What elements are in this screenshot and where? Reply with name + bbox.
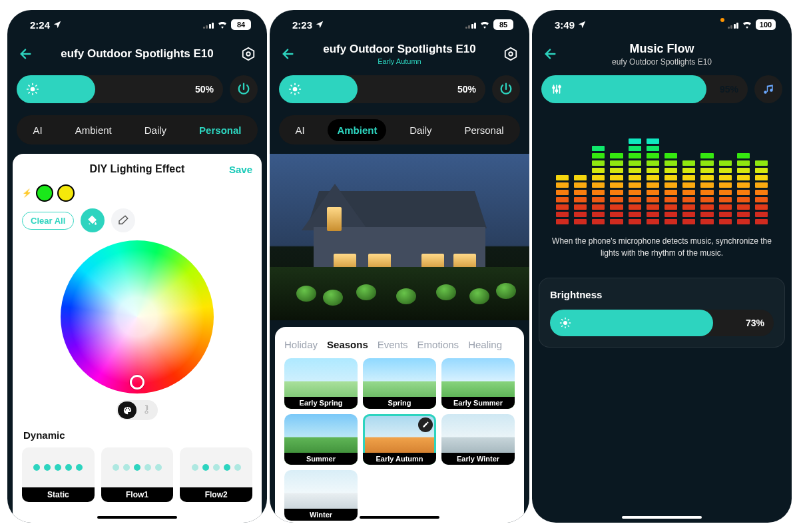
tab-ai[interactable]: AI	[24, 119, 52, 141]
page-subtitle: Early Autumn	[298, 57, 501, 65]
page-title: Music Flow	[560, 42, 764, 56]
dynamic-flow2[interactable]: Flow2	[180, 447, 252, 502]
eraser-tool[interactable]	[111, 208, 135, 232]
color-swatch-yellow[interactable]	[57, 184, 75, 202]
svg-line-19	[298, 93, 299, 93]
tab-personal[interactable]: Personal	[190, 119, 250, 141]
color-handle[interactable]	[130, 375, 144, 390]
brightness-row: 50%	[7, 69, 267, 113]
svg-line-21	[298, 85, 299, 86]
wifi-icon	[217, 21, 228, 29]
house-preview	[270, 154, 529, 320]
back-button[interactable]	[279, 45, 298, 63]
svg-line-9	[29, 93, 29, 93]
brightness-slider[interactable]: 50%	[17, 75, 223, 103]
power-icon	[236, 82, 251, 97]
tab-ai[interactable]: AI	[286, 119, 314, 141]
sun-icon	[559, 317, 571, 329]
home-indicator[interactable]	[97, 516, 177, 519]
dynamic-static[interactable]: Static	[22, 447, 95, 502]
battery-icon: 85	[493, 19, 513, 30]
color-temp-toggle[interactable]	[117, 400, 158, 420]
music-source-button[interactable]	[754, 75, 782, 103]
wifi-icon	[742, 21, 752, 29]
brightness-slider[interactable]: 50%	[279, 75, 485, 103]
svg-point-25	[553, 87, 555, 89]
card-title: DIY Lighting Effect	[90, 163, 185, 175]
dynamic-label: Dynamic	[23, 429, 252, 441]
svg-line-20	[291, 93, 292, 93]
tab-personal[interactable]: Personal	[455, 119, 513, 141]
tab-ambient[interactable]: Ambient	[66, 119, 121, 141]
sensitivity-slider[interactable]: 95%	[541, 75, 748, 103]
preset-early-autumn[interactable]: Early Autumn	[363, 414, 436, 465]
back-button[interactable]	[541, 45, 560, 63]
palette-icon	[118, 401, 136, 419]
eq-bar	[682, 160, 695, 224]
eq-bar	[737, 153, 750, 224]
home-indicator[interactable]	[360, 516, 439, 519]
svg-point-2	[31, 87, 35, 92]
preset-tab-emotions[interactable]: Emotions	[417, 339, 459, 350]
save-button[interactable]: Save	[229, 164, 252, 175]
brightness-value: 50%	[195, 84, 214, 95]
home-indicator[interactable]	[622, 516, 702, 519]
tab-daily[interactable]: Daily	[400, 119, 441, 141]
hex-gear-icon	[241, 47, 256, 61]
back-button[interactable]	[17, 45, 35, 63]
settings-button[interactable]	[239, 45, 258, 63]
preset-card: HolidaySeasonsEventsEmotionsHealing Earl…	[275, 327, 524, 523]
svg-line-7	[29, 85, 29, 86]
paint-tool[interactable]	[81, 208, 105, 232]
color-wheel[interactable]	[61, 240, 214, 394]
preset-early-winter[interactable]: Early Winter	[441, 414, 515, 465]
mic-indicator-icon	[720, 18, 724, 22]
arrow-left-icon	[19, 47, 33, 61]
preset-label: Early Autumn	[363, 453, 436, 465]
preset-tab-healing[interactable]: Healing	[468, 339, 502, 350]
cellular-icon	[203, 21, 214, 29]
preset-early-spring[interactable]: Early Spring	[284, 358, 358, 409]
mode-tabs: AIAmbientDailyPersonal	[17, 115, 258, 144]
svg-line-10	[36, 85, 37, 86]
eq-bar	[719, 160, 732, 224]
color-swatch-green[interactable]	[36, 184, 53, 202]
clock: 3:49	[555, 19, 575, 31]
location-icon	[53, 20, 62, 29]
svg-line-33	[562, 320, 563, 320]
arrow-left-icon	[281, 47, 296, 61]
page-title: eufy Outdoor Spotlights E10	[298, 43, 501, 56]
header: eufy Outdoor Spotlights E10	[7, 39, 267, 69]
music-note-icon	[762, 83, 774, 95]
svg-point-28	[563, 321, 567, 325]
preset-winter[interactable]: Winter	[284, 470, 358, 521]
mode-tabs: AIAmbientDailyPersonal	[279, 115, 520, 144]
cellular-icon	[728, 21, 739, 29]
power-button[interactable]	[230, 75, 258, 103]
power-button[interactable]	[492, 75, 520, 103]
brightness-slider[interactable]: 73%	[550, 310, 774, 336]
preset-spring[interactable]: Spring	[363, 358, 436, 409]
preset-tab-events[interactable]: Events	[378, 339, 408, 350]
thermometer-icon	[136, 405, 156, 415]
preset-early-summer[interactable]: Early Summer	[441, 358, 515, 409]
edit-icon[interactable]	[418, 417, 433, 432]
preset-summer[interactable]: Summer	[284, 414, 358, 465]
svg-line-8	[36, 93, 37, 93]
eq-bar	[610, 153, 623, 224]
clear-all-button[interactable]: Clear All	[22, 212, 74, 230]
cellular-icon	[465, 21, 477, 29]
preset-grid: Early SpringSpringEarly SummerSummerEarl…	[284, 358, 515, 521]
settings-button[interactable]	[501, 45, 520, 63]
wifi-icon	[479, 21, 490, 29]
arrow-left-icon	[543, 47, 558, 61]
preset-tab-seasons[interactable]: Seasons	[327, 339, 368, 350]
preset-tab-holiday[interactable]: Holiday	[284, 339, 318, 350]
svg-point-27	[559, 86, 561, 88]
tab-ambient[interactable]: Ambient	[328, 119, 386, 141]
tab-daily[interactable]: Daily	[135, 119, 176, 141]
dynamic-flow1[interactable]: Flow1	[101, 447, 174, 502]
eq-bar	[574, 175, 587, 224]
preset-label: Early Spring	[284, 397, 358, 409]
brightness-row: 50%	[270, 69, 529, 113]
